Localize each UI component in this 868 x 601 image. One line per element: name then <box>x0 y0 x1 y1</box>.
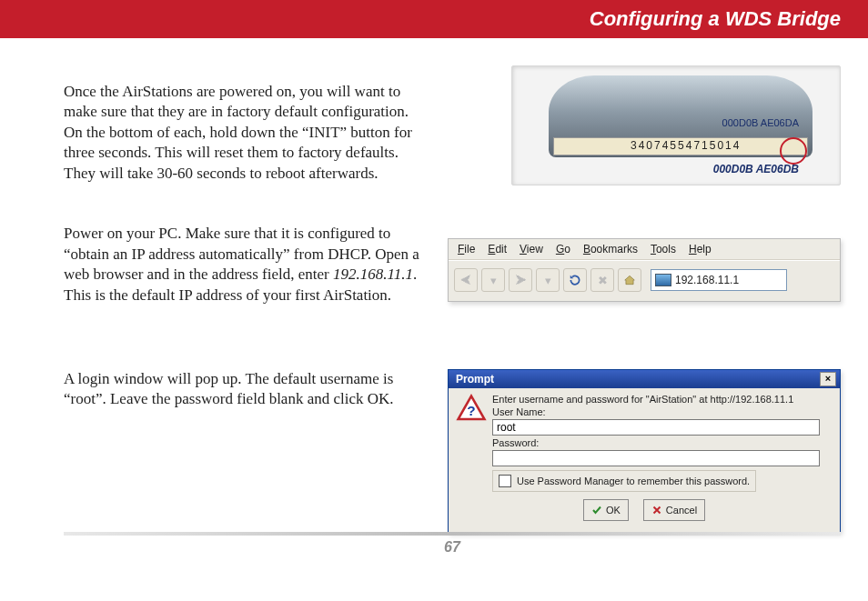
site-favicon-icon <box>655 274 671 286</box>
footer-rule <box>64 532 841 536</box>
menu-file[interactable]: FFileile <box>458 243 475 255</box>
reload-button[interactable] <box>563 268 587 292</box>
menu-go[interactable]: Go <box>556 243 570 255</box>
menu-tools[interactable]: Tools <box>651 243 676 255</box>
device-mac-2: 000D0B AE06DB <box>713 163 799 175</box>
menu-view[interactable]: View <box>520 243 543 255</box>
stop-button[interactable]: ✖ <box>590 268 614 292</box>
paragraph-2: Power on your PC. Make sure that it is c… <box>64 224 428 306</box>
cancel-label: Cancel <box>666 505 697 516</box>
page-footer: 67 <box>64 532 841 556</box>
page-title: Configuring a WDS Bridge <box>590 7 841 31</box>
init-button-highlight-icon <box>780 137 807 165</box>
back-dropdown[interactable]: ▾ <box>481 268 505 292</box>
dialog-body: ? Enter username and password for "AirSt… <box>449 388 840 532</box>
page-number: 67 <box>64 539 841 556</box>
cancel-button[interactable]: Cancel <box>643 499 705 521</box>
menu-bookmarks[interactable]: Bookmarks <box>583 243 638 255</box>
login-dialog: Prompt × ? Enter username and password f… <box>448 369 841 533</box>
browser-menubar: FFileile Edit View Go Bookmarks Tools He… <box>449 239 840 260</box>
username-input[interactable] <box>492 419 820 436</box>
device-serial: 34074554715014 <box>631 139 741 152</box>
dialog-titlebar: Prompt × <box>449 370 840 388</box>
dialog-title-text: Prompt <box>456 373 494 386</box>
browser-window: FFileile Edit View Go Bookmarks Tools He… <box>448 238 841 302</box>
paragraph-3: A login window will pop up. The default … <box>64 369 428 410</box>
forward-dropdown[interactable]: ▾ <box>536 268 560 292</box>
dialog-close-button[interactable]: × <box>820 372 836 386</box>
browser-toolbar: ⮜ ▾ ⮞ ▾ ✖ 192.168.11.1 <box>449 260 840 299</box>
password-label: Password: <box>492 437 833 448</box>
remember-label: Use Password Manager to remember this pa… <box>517 476 750 486</box>
menu-help[interactable]: Help <box>689 243 712 255</box>
paragraph-1: Once the AirStations are powered on, you… <box>64 82 428 184</box>
username-label: User Name: <box>492 406 833 417</box>
dialog-message: Enter username and password for "AirStat… <box>492 394 833 405</box>
home-button[interactable] <box>618 268 641 292</box>
svg-text:?: ? <box>467 403 475 418</box>
menu-edit[interactable]: Edit <box>488 243 507 255</box>
remember-password-row[interactable]: Use Password Manager to remember this pa… <box>492 470 756 492</box>
page-header: Configuring a WDS Bridge <box>0 0 868 38</box>
address-text: 192.168.11.1 <box>675 274 739 286</box>
ok-button[interactable]: OK <box>583 499 629 521</box>
ok-check-icon <box>591 505 602 516</box>
device-mac-1: 000D0B AE06DA <box>722 117 799 128</box>
device-photo: 000D0B AE06DA 34074554715014 000D0B AE06… <box>511 65 841 185</box>
password-input[interactable] <box>492 450 820 466</box>
remember-checkbox[interactable] <box>499 475 511 487</box>
page-body: Once the AirStations are powered on, you… <box>0 38 868 572</box>
back-button[interactable]: ⮜ <box>454 268 478 292</box>
forward-button[interactable]: ⮞ <box>509 268 532 292</box>
body-text-column: Once the AirStations are powered on, you… <box>64 82 428 410</box>
cancel-x-icon <box>651 505 662 516</box>
ok-label: OK <box>606 505 621 516</box>
question-icon: ? <box>456 394 487 425</box>
address-bar[interactable]: 192.168.11.1 <box>651 269 787 291</box>
reload-icon <box>569 274 581 286</box>
dialog-buttons: OK Cancel <box>456 494 833 528</box>
home-icon <box>623 274 636 286</box>
default-ip: 192.168.11.1 <box>333 265 413 283</box>
